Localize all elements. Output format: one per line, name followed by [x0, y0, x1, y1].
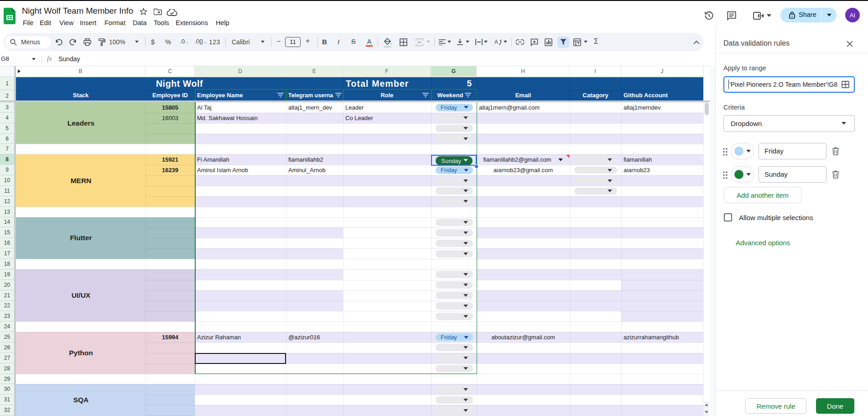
svg-text:A: A	[494, 39, 498, 45]
